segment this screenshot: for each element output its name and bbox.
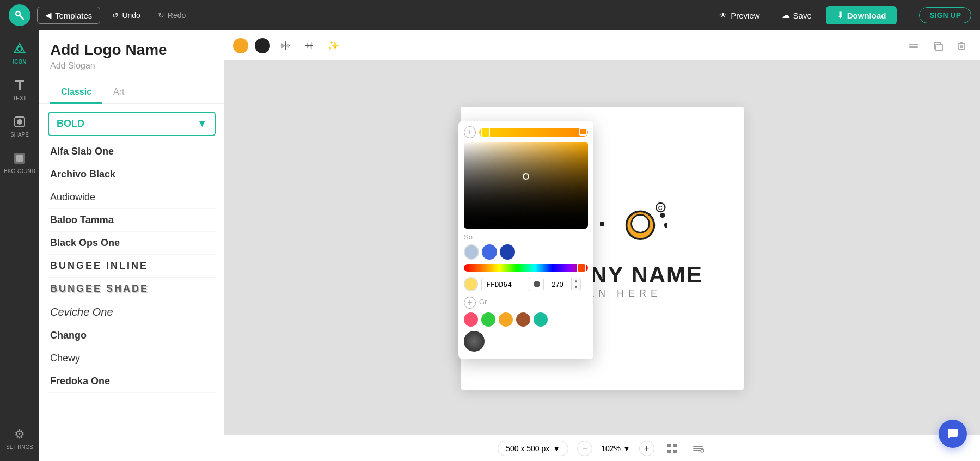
preset-swatch-blue1[interactable] (482, 244, 497, 260)
font-item-alfa-slab[interactable]: Alfa Slab One (48, 140, 216, 163)
sidebar-item-icon[interactable]: ICON (3, 37, 36, 69)
font-selector-label: BOLD (57, 118, 84, 130)
zoom-out-button[interactable]: − (577, 441, 592, 456)
preview-button[interactable]: 👁 Preview (712, 8, 767, 23)
zoom-in-button[interactable]: + (639, 441, 654, 456)
hex-color-preview[interactable] (464, 277, 478, 291)
font-item-chango[interactable]: Chango (48, 324, 216, 347)
chat-bubble-button[interactable] (939, 420, 967, 448)
solid-label: So (464, 233, 588, 241)
hex-input[interactable] (481, 278, 530, 291)
ai-magic-button[interactable]: ✨ (324, 37, 342, 54)
color-swatch-black[interactable] (255, 38, 270, 53)
degree-down-arrow[interactable]: ▼ (572, 284, 580, 290)
preset-teal[interactable] (534, 312, 548, 327)
color-picker-popup: + So (458, 121, 593, 359)
degree-arrows: ▲ ▼ (571, 278, 580, 290)
canvas-size-label: 500 x 500 px (506, 444, 549, 453)
canvas-size-selector[interactable]: 500 x 500 px ▼ (498, 441, 568, 456)
preset-green[interactable] (481, 312, 495, 327)
gradient-label: Gr (479, 298, 487, 306)
color-field-thumb[interactable] (523, 173, 529, 180)
tab-classic[interactable]: Classic (50, 82, 102, 104)
templates-label: Templates (55, 11, 92, 20)
font-item-archivo[interactable]: Archivo Black (48, 163, 216, 186)
svg-rect-8 (16, 155, 23, 162)
font-item-bungee-inline[interactable]: BUNGEE INLINE (48, 255, 216, 278)
undo-button[interactable]: ↺ Undo (107, 8, 145, 23)
dot-separator (600, 222, 604, 226)
download-icon: ⬇ (837, 10, 844, 20)
templates-button[interactable]: ◀ Templates (37, 7, 100, 24)
signup-button[interactable]: SIGN UP (919, 7, 971, 23)
save-button[interactable]: ☁ Save (774, 7, 819, 23)
preset-pink[interactable] (464, 312, 478, 327)
sidebar-item-background[interactable]: BKGROUND (3, 146, 36, 179)
svg-rect-27 (667, 444, 671, 447)
zoom-chevron-icon: ▼ (623, 444, 630, 453)
left-panel: Add Logo Name Add Slogan Classic Art BOL… (39, 30, 224, 461)
dark-gradient-swatch[interactable] (464, 331, 485, 352)
layers-button[interactable] (904, 36, 923, 56)
preset-colors (464, 312, 588, 327)
tabs-row: Classic Art (39, 82, 224, 104)
svg-rect-9 (909, 44, 918, 45)
download-button[interactable]: ⬇ Download (826, 6, 897, 24)
sidebar-item-settings[interactable]: ⚙ SETTINGS (3, 422, 36, 454)
delete-button[interactable] (952, 36, 971, 56)
hue-slider[interactable] (464, 264, 588, 272)
canvas-toolbar: ✨ (224, 30, 980, 61)
svg-rect-28 (673, 444, 677, 447)
sidebar-item-text[interactable]: T TEXT (3, 73, 36, 106)
font-list: Alfa Slab One Archivo Black Audiowide Ba… (39, 140, 224, 461)
navbar: ◀ Templates ↺ Undo ↻ Redo 👁 Preview ☁ Sa… (0, 0, 980, 30)
text-sidebar-icon: T (12, 78, 27, 93)
shape-sidebar-icon (12, 114, 27, 130)
font-item-audiowide[interactable]: Audiowide (48, 186, 216, 209)
flip-horizontal-button[interactable] (277, 37, 294, 54)
font-item-black-ops[interactable]: Black Ops One (48, 232, 216, 255)
svg-text:C: C (658, 205, 663, 211)
font-item-bungee-shade[interactable]: BUNGEE SHADE (48, 278, 216, 300)
redo-button[interactable]: ↻ Redo (152, 8, 191, 23)
svg-rect-30 (673, 450, 677, 453)
font-item-fredoka[interactable]: Fredoka One (48, 370, 216, 393)
preset-orange[interactable] (499, 312, 513, 327)
flip-vertical-button[interactable] (301, 37, 318, 54)
chevron-left-icon: ◀ (45, 10, 52, 20)
zoom-value[interactable]: 102% ▼ (601, 444, 630, 453)
svg-rect-29 (667, 450, 671, 453)
duplicate-button[interactable] (928, 36, 947, 56)
svg-point-34 (701, 449, 704, 452)
font-selector-dropdown[interactable]: BOLD ▼ (48, 112, 216, 136)
sidebar-item-shape[interactable]: SHAPE (3, 110, 36, 142)
icon-sidebar-icon (12, 41, 27, 57)
degree-input[interactable]: ▲ ▼ (543, 278, 581, 291)
svg-rect-12 (936, 44, 942, 51)
eye-icon: 👁 (719, 11, 727, 20)
degree-value[interactable] (544, 278, 571, 291)
canvas-area: ✨ (224, 30, 980, 461)
color-saturation-field[interactable] (464, 142, 588, 229)
add-gradient-button[interactable]: + (464, 297, 476, 309)
redo-icon: ↻ (158, 11, 164, 20)
add-color-stop-button[interactable]: + (464, 126, 476, 138)
preset-swatch-blue2[interactable] (500, 244, 515, 260)
preset-brown[interactable] (516, 312, 530, 327)
hex-row: ▲ ▼ (464, 277, 588, 291)
align-button[interactable] (689, 440, 707, 457)
grid-toggle-button[interactable] (663, 440, 681, 457)
app-logo[interactable] (9, 4, 30, 26)
chevron-down-icon-size: ▼ (553, 444, 560, 453)
tab-art[interactable]: Art (102, 82, 135, 104)
font-item-chewy[interactable]: Chewy (48, 347, 216, 370)
font-item-baloo[interactable]: Baloo Tamma (48, 209, 216, 232)
left-panel-header: Add Logo Name Add Slogan (39, 30, 224, 76)
color-swatch-orange[interactable] (233, 38, 248, 53)
chevron-down-icon: ▼ (197, 118, 207, 130)
preset-swatch-lightblue[interactable] (464, 244, 479, 260)
nav-divider (908, 7, 908, 24)
sidebar-icons: ICON T TEXT SHAPE BKGROUND (0, 30, 39, 461)
degree-up-arrow[interactable]: ▲ (572, 278, 580, 284)
font-item-ceviche[interactable]: Ceviche One (48, 300, 216, 324)
